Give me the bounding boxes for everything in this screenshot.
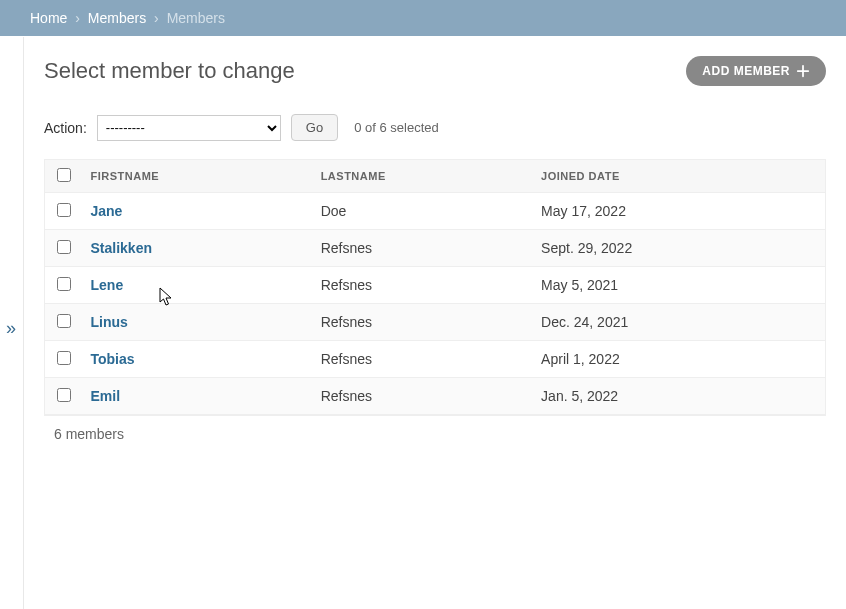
col-firstname[interactable]: FIRSTNAME [83, 160, 313, 193]
breadcrumb-sep: › [75, 10, 80, 26]
page-title: Select member to change [44, 58, 295, 84]
col-joined[interactable]: JOINED DATE [533, 160, 825, 193]
breadcrumb: Home › Members › Members [0, 0, 846, 36]
member-link[interactable]: Tobias [91, 351, 135, 367]
lastname-cell: Refsnes [313, 267, 533, 304]
members-table: FIRSTNAME LASTNAME JOINED DATE JaneDoeMa… [44, 159, 826, 415]
col-lastname[interactable]: LASTNAME [313, 160, 533, 193]
joined-cell: Sept. 29, 2022 [533, 230, 825, 267]
table-row: EmilRefsnesJan. 5, 2022 [45, 378, 826, 415]
breadcrumb-home[interactable]: Home [30, 10, 67, 26]
row-checkbox[interactable] [57, 277, 71, 291]
table-row: LinusRefsnesDec. 24, 2021 [45, 304, 826, 341]
joined-cell: Dec. 24, 2021 [533, 304, 825, 341]
member-link[interactable]: Linus [91, 314, 128, 330]
divider [23, 37, 24, 609]
member-link[interactable]: Jane [91, 203, 123, 219]
member-link[interactable]: Emil [91, 388, 121, 404]
table-row: StalikkenRefsnesSept. 29, 2022 [45, 230, 826, 267]
breadcrumb-section[interactable]: Members [88, 10, 146, 26]
lastname-cell: Refsnes [313, 304, 533, 341]
row-checkbox[interactable] [57, 240, 71, 254]
table-row: LeneRefsnesMay 5, 2021 [45, 267, 826, 304]
joined-cell: April 1, 2022 [533, 341, 825, 378]
row-checkbox[interactable] [57, 203, 71, 217]
member-link[interactable]: Stalikken [91, 240, 152, 256]
sidebar-toggle[interactable]: » [6, 318, 16, 339]
lastname-cell: Refsnes [313, 341, 533, 378]
row-count: 6 members [44, 415, 826, 452]
lastname-cell: Refsnes [313, 378, 533, 415]
row-checkbox[interactable] [57, 351, 71, 365]
plus-icon [796, 64, 810, 78]
member-link[interactable]: Lene [91, 277, 124, 293]
joined-cell: May 5, 2021 [533, 267, 825, 304]
table-row: TobiasRefsnesApril 1, 2022 [45, 341, 826, 378]
row-checkbox[interactable] [57, 388, 71, 402]
go-button[interactable]: Go [291, 114, 338, 141]
add-member-label: ADD MEMBER [702, 64, 790, 78]
selection-count: 0 of 6 selected [354, 120, 439, 135]
lastname-cell: Refsnes [313, 230, 533, 267]
joined-cell: May 17, 2022 [533, 193, 825, 230]
joined-cell: Jan. 5, 2022 [533, 378, 825, 415]
action-label: Action: [44, 120, 87, 136]
breadcrumb-sep: › [154, 10, 159, 26]
select-all-checkbox[interactable] [57, 168, 71, 182]
row-checkbox[interactable] [57, 314, 71, 328]
action-select[interactable]: --------- [97, 115, 281, 141]
table-row: JaneDoeMay 17, 2022 [45, 193, 826, 230]
add-member-button[interactable]: ADD MEMBER [686, 56, 826, 86]
breadcrumb-current: Members [167, 10, 225, 26]
lastname-cell: Doe [313, 193, 533, 230]
